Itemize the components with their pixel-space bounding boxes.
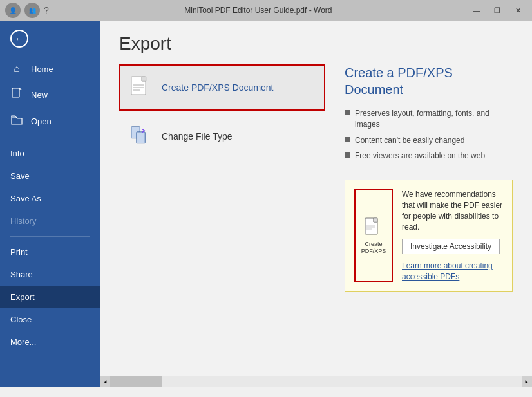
main-body: Create PDF/XPS Document Change File Type: [100, 64, 532, 376]
main-header: Export: [100, 21, 532, 64]
new-icon: [10, 88, 23, 102]
scrollbar-track[interactable]: [110, 376, 522, 387]
sidebar-label-more: More...: [10, 337, 36, 347]
bullet-icon-1: [345, 110, 350, 115]
main-content: Export Cr: [100, 21, 532, 387]
sidebar-label-save: Save: [10, 171, 30, 181]
sidebar-item-home[interactable]: ⌂ Home: [0, 57, 100, 81]
change-file-icon: [129, 125, 153, 148]
sidebar-item-new[interactable]: New: [0, 81, 100, 108]
sidebar-item-history: History: [0, 210, 100, 232]
app-body: ← ⌂ Home New: [0, 21, 532, 387]
sidebar-label-saveas: Save As: [10, 194, 41, 203]
sidebar: ← ⌂ Home New: [0, 21, 100, 387]
description-panel: Create a PDF/XPS Document Preserves layo…: [345, 64, 513, 364]
desc-title: Create a PDF/XPS Document: [345, 64, 513, 98]
share-icon: 👥: [24, 3, 40, 18]
sidebar-divider-1: [10, 138, 90, 138]
close-button[interactable]: ✕: [509, 4, 527, 17]
options-panel: Create PDF/XPS Document Change File Type: [119, 64, 325, 364]
sidebar-item-export[interactable]: Export: [0, 286, 100, 308]
help-icon[interactable]: ?: [44, 5, 49, 15]
investigate-accessibility-button[interactable]: Investigate Accessibility: [402, 239, 500, 254]
sidebar-label-info: Info: [10, 149, 24, 158]
sidebar-label-share: Share: [10, 270, 33, 279]
sidebar-item-saveas[interactable]: Save As: [0, 187, 100, 210]
svg-rect-0: [12, 88, 19, 97]
sidebar-label-new: New: [31, 90, 48, 100]
minimize-button[interactable]: —: [468, 4, 486, 17]
desc-text-3: Free viewers are available on the web: [355, 151, 485, 162]
accessibility-pdf-icon: Create PDF/XPS: [354, 189, 393, 282]
sidebar-label-export: Export: [10, 292, 35, 302]
restore-button[interactable]: ❐: [488, 4, 506, 17]
bullet-icon-3: [345, 152, 350, 158]
sidebar-item-open[interactable]: Open: [0, 108, 100, 134]
pdf-icon: [129, 76, 153, 99]
back-icon: ←: [10, 30, 28, 48]
svg-marker-4: [142, 77, 146, 81]
titlebar-icons: 👤 👥 ?: [5, 3, 49, 18]
scrollbar: ◄ ►: [100, 376, 532, 387]
svg-rect-9: [137, 132, 145, 143]
sidebar-item-info[interactable]: Info: [0, 142, 100, 165]
accessibility-box: Create PDF/XPS We have recommendations t…: [345, 180, 513, 292]
home-icon: ⌂: [10, 63, 23, 75]
scrollbar-left-arrow[interactable]: ◄: [100, 376, 110, 387]
sidebar-item-print[interactable]: Print: [0, 241, 100, 263]
back-button[interactable]: ←: [0, 21, 100, 57]
titlebar-title: MiniTool PDF Editor User Guide.pdf - Wor…: [49, 6, 468, 15]
open-icon: [10, 115, 23, 127]
accessibility-text: We have recommendations that will make t…: [402, 189, 503, 232]
option-change-file-type[interactable]: Change File Type: [119, 113, 325, 160]
sidebar-item-close[interactable]: Close: [0, 308, 100, 331]
option-label-change-file: Change File Type: [162, 131, 232, 142]
desc-text-1: Preserves layout, formatting, fonts, and…: [355, 108, 513, 130]
accessibility-icon-label: Create PDF/XPS: [361, 241, 386, 255]
sidebar-divider-2: [10, 236, 90, 237]
accessibility-link[interactable]: Learn more about creating accessible PDF…: [402, 261, 503, 282]
desc-bullet-2: Content can't be easily changed: [345, 135, 513, 146]
sidebar-label-history: History: [10, 216, 36, 226]
titlebar-controls: — ❐ ✕: [468, 4, 527, 17]
sidebar-label-home: Home: [31, 64, 53, 74]
sidebar-item-share[interactable]: Share: [0, 263, 100, 286]
scrollbar-thumb[interactable]: [110, 376, 162, 387]
titlebar: 👤 👥 ? MiniTool PDF Editor User Guide.pdf…: [0, 0, 532, 21]
desc-text-2: Content can't be easily changed: [355, 135, 464, 146]
sidebar-nav: ⌂ Home New: [0, 57, 100, 353]
user-icon: 👤: [5, 3, 21, 18]
sidebar-label-close: Close: [10, 315, 32, 324]
desc-bullet-3: Free viewers are available on the web: [345, 151, 513, 162]
scrollbar-right-arrow[interactable]: ►: [522, 376, 532, 387]
svg-rect-2: [19, 88, 21, 90]
desc-list: Preserves layout, formatting, fonts, and…: [345, 108, 513, 167]
sidebar-item-more[interactable]: More...: [0, 331, 100, 353]
bullet-icon-2: [345, 137, 350, 142]
sidebar-label-print: Print: [10, 247, 28, 257]
accessibility-content: We have recommendations that will make t…: [402, 189, 503, 282]
option-label-create-pdf: Create PDF/XPS Document: [162, 82, 274, 93]
sidebar-item-save[interactable]: Save: [0, 165, 100, 187]
option-create-pdf[interactable]: Create PDF/XPS Document: [119, 64, 325, 111]
sidebar-label-open: Open: [31, 116, 52, 126]
desc-bullet-1: Preserves layout, formatting, fonts, and…: [345, 108, 513, 130]
page-title: Export: [119, 33, 513, 54]
svg-marker-11: [374, 218, 377, 222]
